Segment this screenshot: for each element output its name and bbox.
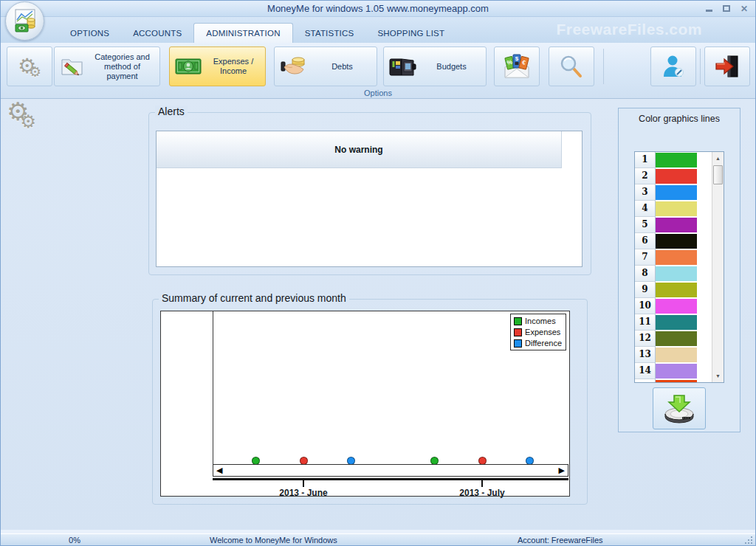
color-row: 12	[635, 331, 713, 347]
budgets-button[interactable]: Budgets	[383, 46, 487, 86]
window-controls: ✕	[704, 4, 749, 13]
color-row-number: 8	[635, 266, 656, 282]
color-swatch[interactable]	[656, 315, 697, 330]
main-content: ⚙⚙ Alerts No warning Summary of current …	[1, 99, 755, 530]
minimize-icon	[706, 10, 712, 12]
legend-label: Incomes	[525, 317, 556, 325]
settings-button[interactable]: ⚙⚙	[7, 46, 52, 86]
svg-text:$: $	[515, 55, 519, 62]
color-swatch[interactable]	[656, 169, 697, 184]
app-logo-button[interactable]	[5, 1, 44, 41]
magnifier-icon	[559, 54, 584, 79]
scroll-right-icon[interactable]: ▶	[559, 465, 565, 476]
currency-button[interactable]: % $ €	[494, 46, 540, 86]
color-row-number: 11	[635, 314, 656, 331]
color-table: 123456789101112131415 ▲ ▼	[634, 151, 724, 383]
color-swatch[interactable]	[656, 185, 697, 200]
gears-decoration-icon: ⚙⚙	[7, 99, 36, 131]
color-row-number: 9	[635, 282, 656, 298]
color-swatch[interactable]	[656, 153, 697, 167]
color-row-number: 10	[635, 298, 656, 314]
summary-chart: IncomesExpensesDifference ◀ ▶ 2013 - Jun…	[160, 311, 570, 497]
color-swatch[interactable]	[656, 266, 697, 281]
expenses-income-button[interactable]: Expenses / Income	[169, 46, 266, 86]
tabs: OPTIONS ACCOUNTS ADMINISTRATION STATISTI…	[58, 23, 456, 43]
exit-button[interactable]	[704, 46, 750, 86]
categories-button[interactable]: Categories and method of payment	[54, 46, 160, 86]
color-table-scrollbar[interactable]: ▲ ▼	[712, 152, 724, 382]
tab-statistics[interactable]: STATISTICS	[293, 23, 366, 43]
categories-label: Categories and method of payment	[85, 52, 159, 81]
color-row-number: 14	[635, 363, 656, 379]
color-panel-title: Color graphics lines	[619, 114, 740, 124]
color-row-number: 15	[635, 379, 656, 383]
color-row-number: 5	[635, 217, 656, 233]
color-row-number: 12	[635, 331, 656, 347]
x-axis-label: 2013 - June	[252, 488, 355, 498]
tab-options[interactable]: OPTIONS	[58, 23, 121, 43]
color-swatch[interactable]	[656, 218, 697, 232]
color-row: 7	[635, 249, 713, 266]
color-row: 1	[635, 152, 713, 168]
scroll-down-icon[interactable]: ▼	[712, 370, 724, 381]
budgets-label: Budgets	[417, 62, 486, 72]
color-row: 8	[635, 266, 713, 282]
scrollbar-thumb[interactable]	[713, 165, 723, 184]
close-button[interactable]: ✕	[739, 4, 749, 13]
alerts-header: No warning	[157, 131, 562, 168]
color-swatch[interactable]	[656, 348, 697, 362]
color-swatch[interactable]	[656, 283, 697, 297]
gears-icon: ⚙⚙	[18, 55, 41, 79]
window-title: MoneyMe for windows 1.05 www.moneymeapp.…	[1, 3, 755, 14]
scroll-left-icon[interactable]: ◀	[216, 465, 222, 476]
color-swatch[interactable]	[656, 380, 697, 383]
summary-groupbox: Summary of current and previous month In…	[152, 299, 588, 505]
chart-y-axis	[213, 311, 213, 465]
save-colors-button[interactable]	[653, 387, 706, 429]
color-row: 4	[635, 201, 713, 217]
resize-grip[interactable]	[751, 542, 752, 544]
color-swatch[interactable]	[656, 250, 697, 265]
folder-pencil-icon	[60, 55, 85, 78]
ribbon: ⚙⚙ Categories and method of payment	[1, 43, 755, 99]
color-row-number: 7	[635, 249, 656, 266]
legend-item-difference: Difference	[514, 339, 562, 348]
color-row-number: 6	[635, 233, 656, 249]
data-point-expenses	[300, 457, 308, 465]
color-swatch[interactable]	[656, 364, 697, 379]
color-swatch[interactable]	[656, 299, 697, 314]
legend-label: Difference	[525, 339, 562, 348]
status-message: Welcome to MoneyMe for Windows	[210, 536, 337, 545]
expenses-income-label: Expenses / Income	[202, 57, 265, 76]
color-row-number: 13	[635, 347, 656, 363]
color-swatch[interactable]	[656, 201, 697, 216]
save-to-disk-icon	[662, 394, 696, 424]
close-icon: ✕	[740, 4, 748, 13]
color-row: 5	[635, 217, 713, 233]
scroll-up-icon[interactable]: ▲	[712, 153, 724, 164]
legend-swatch	[514, 328, 522, 336]
search-button[interactable]	[549, 46, 594, 86]
minimize-button[interactable]	[704, 4, 714, 13]
maximize-icon	[723, 5, 730, 12]
alerts-message: No warning	[334, 145, 382, 155]
color-row: 9	[635, 282, 713, 298]
money-cards-envelope-icon: % $ €	[502, 54, 532, 79]
tab-accounts[interactable]: ACCOUNTS	[121, 23, 193, 43]
color-swatch[interactable]	[656, 234, 697, 249]
chart-x-scrollbar[interactable]: ◀ ▶	[213, 464, 568, 477]
tab-bar: OPTIONS ACCOUNTS ADMINISTRATION STATISTI…	[1, 17, 755, 43]
exit-door-icon	[715, 55, 740, 78]
user-edit-icon	[661, 54, 686, 79]
color-row: 2	[635, 168, 713, 184]
maximize-button[interactable]	[721, 4, 732, 13]
color-row-number: 2	[635, 168, 656, 184]
color-swatch[interactable]	[656, 331, 697, 346]
summary-title: Summary of current and previous month	[159, 292, 349, 304]
tab-administration[interactable]: ADMINISTRATION	[193, 23, 292, 43]
color-row-number: 1	[635, 152, 656, 168]
user-button[interactable]	[650, 46, 696, 86]
tab-shopping-list[interactable]: SHOPPING LIST	[365, 23, 456, 43]
debts-button[interactable]: Debts	[274, 46, 377, 86]
color-row: 3	[635, 184, 713, 201]
